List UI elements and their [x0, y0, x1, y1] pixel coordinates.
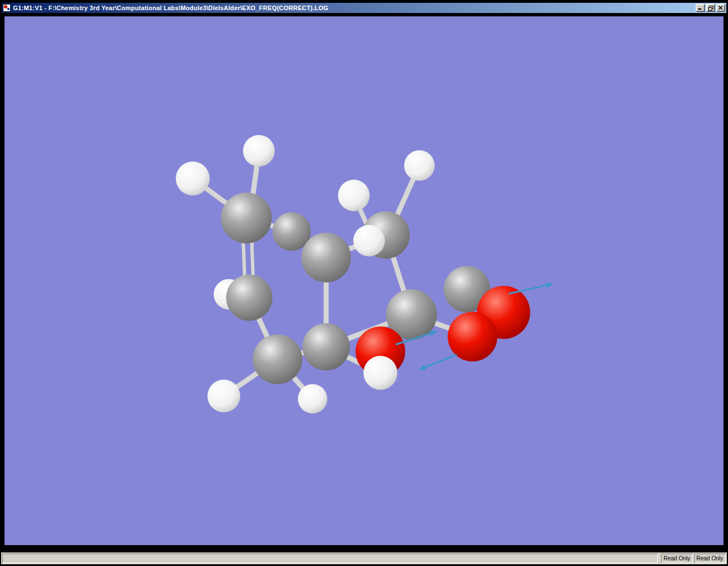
- atom-H[interactable]: [298, 384, 327, 413]
- app-icon: [3, 4, 11, 12]
- atom-H[interactable]: [353, 225, 385, 256]
- atom-C[interactable]: [253, 334, 302, 384]
- atom-H[interactable]: [207, 380, 240, 412]
- atom-C[interactable]: [302, 323, 350, 371]
- minimize-button[interactable]: [696, 4, 705, 12]
- status-readonly-badge-2: Read Only: [694, 554, 726, 563]
- title-bar[interactable]: G1:M1:V1 - F:\Chemistry 3rd Year\Computa…: [2, 3, 726, 13]
- atom-C[interactable]: [226, 275, 272, 321]
- atom-H[interactable]: [363, 356, 397, 390]
- displacement-vector-head: [430, 331, 438, 337]
- status-readonly-badge-1: Read Only: [661, 554, 693, 563]
- atom-O[interactable]: [448, 312, 497, 362]
- close-button[interactable]: [716, 4, 725, 12]
- restore-icon: [708, 6, 713, 11]
- status-panel-main: [2, 554, 658, 563]
- close-icon: [718, 6, 723, 10]
- window-controls: [696, 4, 725, 12]
- displacement-vector-head: [545, 282, 554, 288]
- atom-C[interactable]: [301, 233, 351, 282]
- atom-H[interactable]: [243, 135, 275, 167]
- atom-H[interactable]: [404, 150, 435, 181]
- atom-H[interactable]: [176, 162, 210, 195]
- molecule-viewport[interactable]: [5, 16, 723, 545]
- atom-H[interactable]: [338, 180, 370, 211]
- restore-button[interactable]: [706, 4, 715, 12]
- displacement-vector: [426, 355, 457, 367]
- atom-C[interactable]: [221, 193, 272, 243]
- molecule-canvas[interactable]: [5, 16, 723, 545]
- status-bar: Read Only Read Only: [1, 552, 727, 564]
- minimize-icon: [698, 6, 703, 10]
- displacement-vector-head: [418, 364, 427, 370]
- window-title: G1:M1:V1 - F:\Chemistry 3rd Year\Computa…: [13, 3, 694, 13]
